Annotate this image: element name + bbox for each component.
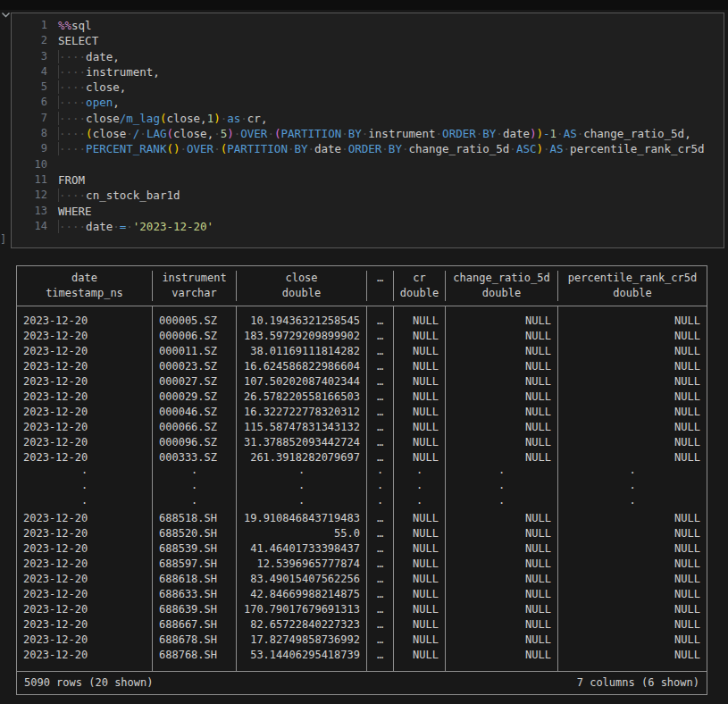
code-editor[interactable]: 1%%sql2SELECT3····date,4····instrument,5… <box>12 18 724 234</box>
table-cell: NULL <box>394 541 446 557</box>
code-text: %%sql <box>58 18 92 33</box>
table-cell: 38.01169111814282 <box>237 344 367 359</box>
table-cell: 000006.SZ <box>153 329 237 344</box>
table-cell: · <box>237 496 367 511</box>
table-cell: 2023-12-20 00:00:00 <box>17 344 153 359</box>
table-cell: 31.378852093442724 <box>237 435 367 450</box>
table-cell: · <box>367 496 394 511</box>
table-cell: NULL <box>558 587 707 602</box>
table-cell: NULL <box>394 405 446 420</box>
table-cell: NULL <box>394 648 446 663</box>
line-number: 11 <box>12 172 47 188</box>
line-number: 8 <box>12 126 47 141</box>
table-header-row: datetimestamp_nsinstrumentvarcharclosedo… <box>17 266 707 306</box>
table-header-cell: change_ratio_5ddouble <box>446 271 558 301</box>
table-cell: · <box>446 481 558 496</box>
table-cell: … <box>367 617 394 633</box>
table-cell: · <box>153 465 237 481</box>
table-cell: NULL <box>394 587 446 602</box>
table-cell <box>446 306 558 314</box>
code-text: ····date·=·'2023-12-20' <box>58 219 213 234</box>
column-name: close <box>237 271 366 286</box>
table-cell: NULL <box>394 617 446 633</box>
column-type: double <box>446 286 557 301</box>
table-cell: 000096.SZ <box>153 435 237 450</box>
table-cell: NULL <box>446 390 558 405</box>
column-name: change_ratio_5d <box>446 271 557 286</box>
table-cell: … <box>367 374 394 390</box>
table-cell: 2023-12-20 00:00:00 <box>17 420 153 435</box>
code-text: ····close, <box>58 80 126 95</box>
table-gap-row <box>17 306 707 314</box>
code-text: WHERE <box>58 204 92 219</box>
table-cell: NULL <box>446 314 558 329</box>
table-row: 2023-12-20 00:00:00000006.SZ183.59729209… <box>17 329 707 344</box>
table-cell: · <box>153 481 237 496</box>
table-row: 2023-12-20 00:00:00000029.SZ26.578220558… <box>17 390 707 405</box>
column-name: date <box>17 271 152 286</box>
table-row: 2023-12-20 00:00:00688667.SH82.657228402… <box>17 617 707 633</box>
table-cell: 000066.SZ <box>153 420 237 435</box>
code-line: 12····cn_stock_bar1d <box>12 188 724 203</box>
sql-code-cell[interactable]: 1%%sql2SELECT3····date,4····instrument,5… <box>11 13 724 248</box>
table-row: 2023-12-20 00:00:00688639.SH170.79017679… <box>17 602 707 617</box>
table-cell: NULL <box>558 572 707 587</box>
table-row: 2023-12-20 00:00:00000011.SZ38.011691118… <box>17 344 707 359</box>
table-cell: NULL <box>446 587 558 602</box>
table-cell: 2023-12-20 00:00:00 <box>17 602 153 617</box>
table-cell: 261.3918282079697 <box>237 450 367 465</box>
table-row: 2023-12-20 00:00:00688633.SH42.846699882… <box>17 587 707 602</box>
code-line: 8····(close·/·LAG(close,·5)·OVER·(PARTIT… <box>12 126 724 141</box>
line-number: 7 <box>12 111 47 126</box>
table-row: 2023-12-20 00:00:00000046.SZ16.322722778… <box>17 405 707 420</box>
cell-collapse-chevron-icon[interactable] <box>1 12 11 19</box>
table-cell: NULL <box>394 633 446 648</box>
table-header-cell: closedouble <box>237 271 367 301</box>
code-text: ····open, <box>58 95 120 110</box>
code-line: 2SELECT <box>12 33 724 48</box>
table-cell <box>394 663 446 671</box>
table-cell: 2023-12-20 00:00:00 <box>17 374 153 390</box>
table-tail-row <box>17 663 707 671</box>
table-row: 2023-12-20 00:00:00688678.SH17.827498587… <box>17 633 707 648</box>
row-count-label: 5090 rows (20 shown) <box>24 675 154 691</box>
line-number: 14 <box>12 219 47 234</box>
table-cell: 2023-12-20 00:00:00 <box>17 648 153 663</box>
table-row: 2023-12-20 00:00:00000066.SZ115.58747831… <box>17 420 707 435</box>
table-row: 2023-12-20 00:00:00688618.SH83.490154075… <box>17 572 707 587</box>
table-cell: NULL <box>558 511 707 526</box>
table-cell: · <box>17 496 153 511</box>
code-line: 5····close, <box>12 80 724 95</box>
table-cell: 115.58747831343132 <box>237 420 367 435</box>
table-cell: NULL <box>446 344 558 359</box>
table-cell: … <box>367 526 394 541</box>
table-cell: … <box>367 648 394 663</box>
column-type: double <box>558 286 707 301</box>
table-row: 2023-12-20 00:00:00688768.SH53.144062954… <box>17 648 707 663</box>
code-text: ····cn_stock_bar1d <box>58 188 180 203</box>
table-cell: 2023-12-20 00:00:00 <box>17 450 153 465</box>
table-cell: · <box>367 465 394 481</box>
table-cell: NULL <box>394 420 446 435</box>
code-text: SELECT <box>58 33 98 48</box>
table-cell: 82.65722840227323 <box>237 617 367 633</box>
column-type <box>367 286 393 301</box>
table-cell: NULL <box>394 374 446 390</box>
column-type: varchar <box>153 286 236 301</box>
table-cell: NULL <box>558 344 707 359</box>
table-cell <box>367 306 394 314</box>
line-number: 9 <box>12 141 47 156</box>
table-cell: … <box>367 359 394 374</box>
table-row: ······· <box>17 496 707 511</box>
table-cell: 183.59729209899902 <box>237 329 367 344</box>
table-cell: NULL <box>394 390 446 405</box>
table-cell: 107.50202087402344 <box>237 374 367 390</box>
table-cell: 000011.SZ <box>153 344 237 359</box>
table-cell: 170.79017679691313 <box>237 602 367 617</box>
table-cell: … <box>367 420 394 435</box>
table-cell: 2023-12-20 00:00:00 <box>17 329 153 344</box>
table-cell: NULL <box>446 435 558 450</box>
table-cell: 688539.SH <box>153 541 237 557</box>
table-cell: NULL <box>446 374 558 390</box>
table-row: ······· <box>17 481 707 496</box>
